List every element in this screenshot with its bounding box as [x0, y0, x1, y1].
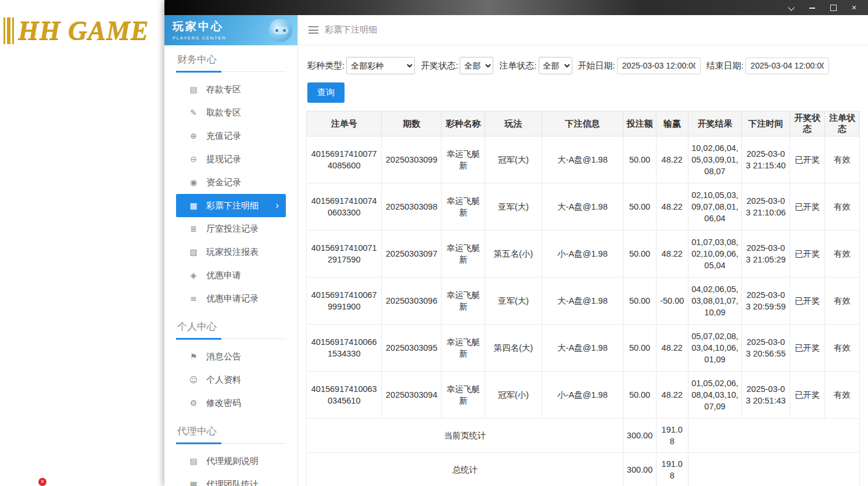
- close-error-icon[interactable]: [38, 478, 46, 486]
- cell-play-type: 第五名(小): [485, 231, 541, 278]
- hamburger-menu-icon[interactable]: [309, 26, 318, 34]
- summary-empty: [688, 453, 859, 486]
- window-chevron-icon[interactable]: [788, 4, 795, 11]
- cell-draw-status: 已开奖: [790, 231, 824, 278]
- sidebar-item-deposit-zone[interactable]: ▤存款专区: [176, 78, 286, 101]
- change-password-icon: ⚙: [189, 398, 198, 408]
- content-panel: 彩种类型: 全部彩种 开奖状态: 全部 注单状态: 全部 开始日期: 结束日期:: [298, 45, 868, 486]
- sidebar-item-promo-apply[interactable]: ◈优惠申请: [176, 264, 286, 287]
- summary-row-current-page: 当前页统计 300.00 191.08: [307, 419, 860, 453]
- cell-win-loss: 48.22: [656, 231, 688, 278]
- draw-status-select[interactable]: 全部: [460, 57, 493, 74]
- cell-lottery-name: 幸运飞艇新: [442, 325, 485, 372]
- sidebar-header: 玩家中心 PLAYERS CENTER: [164, 15, 297, 45]
- sidebar-item-agent-team-stats[interactable]: ▦代理团队统计: [176, 473, 286, 486]
- sidebar-item-withdraw-zone[interactable]: ✎取款专区: [176, 101, 286, 124]
- sidebar-item-change-password[interactable]: ⚙修改密码: [176, 391, 286, 415]
- sidebar-item-funds-records[interactable]: ◉资金记录: [176, 171, 286, 194]
- sidebar-item-agent-rules[interactable]: ▤代理规则说明: [176, 449, 286, 473]
- cell-play-type: 亚军(大): [485, 183, 541, 231]
- cell-win-loss: 48.22: [656, 183, 688, 231]
- cell-bet-info: 小-A盘@1.98: [541, 372, 623, 419]
- cell-bet-status: 有效: [824, 136, 859, 183]
- sidebar-item-promo-apply-records[interactable]: ≡优惠申请记录: [176, 287, 286, 310]
- cell-bet-time: 2025-03-03 21:05:29: [742, 231, 790, 278]
- gamepad-icon: [269, 19, 292, 42]
- sidebar-item-profile[interactable]: ☺个人资料: [176, 368, 286, 391]
- sidebar-item-announcements[interactable]: ⚑消息公告: [176, 345, 286, 368]
- cell-bet-id: 401569174100774085600: [307, 136, 382, 183]
- table-row: 40156917410063034561020250303094幸运飞艇新冠军(…: [307, 372, 860, 419]
- start-date-input[interactable]: [617, 57, 701, 74]
- cell-bet-status: 有效: [824, 278, 859, 325]
- cell-draw-status: 已开奖: [790, 278, 824, 325]
- sidebar-item-withdrawal-records[interactable]: ⊖提现记录: [176, 147, 286, 171]
- cell-bet-amount: 50.00: [623, 372, 656, 419]
- deposit-zone-icon: ▤: [189, 85, 198, 94]
- window-minimize-button[interactable]: [809, 4, 816, 11]
- summary-bet-total: 300.00: [623, 453, 656, 486]
- cell-bet-time: 2025-03-03 20:51:43: [742, 372, 790, 419]
- cell-issue-number: 20250303098: [382, 183, 442, 231]
- cell-play-type: 冠军(大): [485, 136, 541, 183]
- window-close-button[interactable]: [851, 4, 858, 11]
- sidebar-item-player-bet-report[interactable]: ▧玩家投注报表: [176, 240, 286, 264]
- cell-issue-number: 20250303096: [382, 278, 442, 325]
- sidebar-item-label: 优惠申请: [206, 270, 241, 281]
- cell-draw-result: 01,05,02,06,08,04,03,10,07,09: [688, 372, 741, 419]
- section-title: 个人中心: [176, 312, 286, 339]
- window-maximize-button[interactable]: [830, 4, 837, 11]
- filter-bar: 彩种类型: 全部彩种 开奖状态: 全部 注单状态: 全部 开始日期: 结束日期:: [306, 45, 860, 74]
- cell-lottery-name: 幸运飞艇新: [442, 231, 485, 278]
- sidebar-item-lottery-bet-details[interactable]: ▦彩票下注明细›: [176, 194, 286, 217]
- column-header-bet-amount: 投注额: [623, 111, 656, 136]
- cell-play-type: 冠军(小): [485, 372, 541, 419]
- cell-issue-number: 20250303099: [382, 136, 442, 183]
- cell-bet-time: 2025-03-03 20:56:55: [742, 325, 790, 372]
- column-header-issue-number: 期数: [382, 111, 442, 136]
- column-header-bet-info: 下注信息: [541, 111, 623, 136]
- cell-bet-time: 2025-03-03 21:15:40: [742, 136, 790, 183]
- summary-label: 总统计: [307, 453, 623, 486]
- summary-win-total: 191.08: [656, 453, 688, 486]
- sidebar-item-label: 消息公告: [206, 351, 241, 362]
- end-date-input[interactable]: [745, 57, 829, 74]
- table-row: 40156917410077408560020250303099幸运飞艇新冠军(…: [307, 136, 860, 183]
- cell-draw-status: 已开奖: [790, 136, 824, 183]
- cell-lottery-name: 幸运飞艇新: [442, 136, 485, 183]
- column-header-draw-status: 开奖状态: [790, 111, 824, 136]
- cell-bet-amount: 50.00: [623, 325, 656, 372]
- cell-issue-number: 20250303097: [382, 231, 442, 278]
- cell-draw-result: 04,02,06,05,03,08,01,07,10,09: [688, 278, 741, 325]
- promo-apply-records-icon: ≡: [189, 294, 198, 303]
- query-button[interactable]: 查询: [307, 82, 345, 103]
- recharge-records-icon: ⊕: [189, 131, 198, 141]
- cell-lottery-name: 幸运飞艇新: [442, 278, 485, 325]
- hall-bet-records-icon: ≣: [189, 224, 198, 233]
- table-row: 40156917410066153433020250303095幸运飞艇新第四名…: [307, 325, 860, 372]
- cell-play-type: 第四名(大): [485, 325, 541, 372]
- cell-bet-info: 小-A盘@1.98: [541, 231, 623, 278]
- sidebar-item-recharge-records[interactable]: ⊕充值记录: [176, 124, 286, 147]
- sidebar-item-label: 彩票下注明细: [206, 200, 259, 211]
- lottery-type-select[interactable]: 全部彩种: [346, 57, 415, 74]
- cell-issue-number: 20250303094: [382, 372, 442, 419]
- sidebar-item-hall-bet-records[interactable]: ≣厅室投注记录: [176, 217, 286, 240]
- column-header-win-loss: 输赢: [656, 111, 688, 136]
- section-title: 财务中心: [176, 45, 286, 72]
- chevron-right-icon: ›: [275, 200, 279, 211]
- cell-draw-result: 01,07,03,08,02,10,09,06,05,04: [688, 231, 741, 278]
- draw-status-label: 开奖状态:: [421, 60, 458, 71]
- profile-icon: ☺: [189, 375, 198, 384]
- main-content: 彩票下注明细 彩种类型: 全部彩种 开奖状态: 全部 注单状态: 全部: [298, 15, 868, 486]
- hh-game-logo: HH GAME: [3, 15, 149, 46]
- window-titlebar: [164, 0, 868, 15]
- cell-win-loss: 48.22: [656, 325, 688, 372]
- bet-status-select[interactable]: 全部: [539, 57, 572, 74]
- lottery-bet-details-icon: ▦: [189, 201, 198, 210]
- cell-bet-id: 401569174100712917590: [307, 231, 382, 278]
- cell-bet-time: 2025-03-03 21:10:06: [742, 183, 790, 231]
- cell-lottery-name: 幸运飞艇新: [442, 183, 485, 231]
- cell-draw-result: 02,10,05,03,09,07,08,01,06,04: [688, 183, 741, 231]
- sidebar-item-label: 存款专区: [206, 84, 241, 95]
